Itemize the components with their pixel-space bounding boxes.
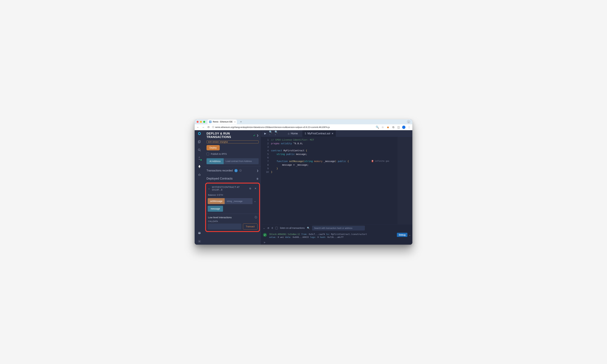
panel-title: DEPLOY & RUN TRANSACTIONS — [207, 132, 252, 139]
terminal: ⌄ ⊘ 0 listen on all transactions 🔍 Searc… — [261, 224, 412, 245]
tx-log[interactable]: [block:4994361 txIndex:1] from: 0x9cf...… — [269, 233, 395, 239]
forward-button[interactable]: → — [202, 126, 205, 129]
low-level-info-icon[interactable]: ⓘ — [255, 216, 257, 219]
zoom-icon[interactable]: 🔍 — [376, 126, 379, 129]
browser-titlebar: Remix - Ethereum IDE × + ⌄ — [195, 119, 412, 124]
url-input[interactable]: ⓘ remix.ethereum.org/#lang=en&optimize=f… — [212, 126, 374, 129]
browser-urlbar: ← → ⟳ ⓘ remix.ethereum.org/#lang=en&opti… — [195, 124, 412, 130]
icon-rail — [195, 130, 204, 245]
pending-count: 0 — [272, 227, 273, 229]
tx-recorded-count: 1 — [234, 169, 238, 172]
close-window-icon[interactable] — [197, 121, 198, 123]
at-address-button[interactable]: At Address — [207, 158, 224, 164]
publish-ipfs-row[interactable]: Publish to IPFS — [204, 150, 261, 158]
svg-rect-1 — [198, 141, 200, 143]
tab-file[interactable]: § MyFirstContract.sol ✕ — [302, 130, 336, 137]
reload-button[interactable]: ⟳ — [207, 126, 210, 129]
terminal-toggle-icon[interactable]: ⌄ — [263, 227, 265, 229]
run-script-icon[interactable]: ▶ — [264, 132, 267, 135]
setmessage-button[interactable]: setMessage — [208, 198, 225, 204]
remix-logo-icon[interactable] — [198, 131, 201, 135]
svg-rect-2 — [198, 141, 200, 143]
home-icon: ⌂ — [288, 132, 290, 135]
evm-version-pill: evm version: shanghai — [207, 141, 259, 143]
panel-collapse-icon[interactable]: ❯ — [257, 134, 259, 137]
svg-point-0 — [199, 133, 200, 134]
new-tab-button[interactable]: + — [239, 120, 243, 124]
metamask-extension-icon[interactable]: ◆ — [386, 126, 390, 129]
setmessage-expand-icon[interactable]: ⌄ — [252, 198, 257, 204]
tx-success-icon: ✔ — [263, 233, 267, 237]
site-info-icon[interactable]: ⓘ — [212, 126, 214, 129]
tx-recorded-label: Transactions recorded — [207, 169, 233, 172]
svg-line-4 — [200, 151, 201, 151]
code-editor[interactable]: 1 2 3 4 5 6 7 8 9 10 // SPDX-License-Ide… — [261, 137, 412, 224]
debugger-icon[interactable] — [198, 173, 201, 177]
minimap[interactable] — [397, 137, 412, 224]
solidity-file-icon: § — [305, 132, 306, 135]
deploy-panel: DEPLOY & RUN TRANSACTIONS ✔ ❯ evm versio… — [204, 130, 261, 245]
clear-terminal-icon[interactable]: ⊘ — [267, 227, 269, 229]
message-button[interactable]: message — [208, 206, 223, 212]
calldata-input[interactable] — [208, 223, 241, 230]
tx-recorded-section[interactable]: Transactions recorded 1 ⓘ ❯ — [204, 167, 261, 175]
url-text: remix.ethereum.org/#lang=en&optimize=fal… — [215, 126, 330, 129]
code-content[interactable]: // SPDX-License-Identifier: MIT pragma s… — [271, 137, 412, 224]
setmessage-input[interactable]: string _message — [225, 198, 252, 204]
listen-checkbox[interactable] — [275, 227, 278, 229]
low-level-label: Low level interactions — [208, 216, 232, 219]
transact-button[interactable]: Transact — [243, 223, 257, 230]
line-gutter: 1 2 3 4 5 6 7 8 9 10 — [261, 137, 271, 224]
close-file-tab-icon[interactable]: ✕ — [331, 132, 333, 135]
tabs-dropdown-icon[interactable]: ⌄ — [407, 120, 410, 124]
zoom-in-icon[interactable]: 🔍⁺ — [275, 132, 278, 135]
bookmark-icon[interactable]: ☆ — [381, 126, 384, 129]
gas-pump-icon: ⛽ — [371, 160, 374, 163]
plugin-manager-icon[interactable] — [198, 231, 201, 235]
terminal-search-icon[interactable]: 🔍 — [307, 227, 310, 229]
contract-expand-icon[interactable]: ⌄ — [208, 187, 210, 190]
contract-balance: Balance: 0 ETH — [208, 194, 257, 196]
clear-deployed-icon[interactable]: 🗑 — [256, 177, 259, 180]
panel-check-icon: ✔ — [253, 134, 255, 137]
tab-home-label: Home — [291, 132, 298, 135]
at-address-input[interactable]: Load contract from Address — [224, 158, 259, 164]
back-button[interactable]: ← — [196, 126, 199, 129]
terminal-search-input[interactable]: Search with transaction hash or address — [312, 226, 365, 231]
browser-tab[interactable]: Remix - Ethereum IDE × — [208, 119, 237, 124]
maximize-window-icon[interactable] — [203, 121, 205, 123]
svg-point-11 — [199, 241, 200, 242]
profile-avatar[interactable] — [402, 126, 405, 129]
publish-ipfs-checkbox[interactable] — [207, 153, 209, 155]
search-icon[interactable] — [198, 148, 201, 152]
sidepanel-icon[interactable]: ◫ — [397, 126, 400, 129]
copy-address-icon[interactable]: ⧉ — [249, 187, 252, 190]
publish-ipfs-label: Publish to IPFS — [211, 153, 227, 155]
browser-menu-icon[interactable]: ⋮ — [408, 126, 411, 129]
extensions-icon[interactable]: ⧉ — [392, 126, 395, 129]
gas-hint: ⛽infinite gas — [371, 160, 389, 163]
deploy-button[interactable]: Deploy — [207, 145, 220, 150]
deploy-run-icon[interactable] — [198, 165, 201, 169]
tx-recorded-expand-icon[interactable]: ❯ — [257, 169, 259, 172]
settings-icon[interactable] — [198, 239, 201, 243]
svg-point-3 — [198, 149, 200, 151]
tab-favicon-icon — [209, 121, 211, 123]
close-tab-icon[interactable]: × — [234, 121, 236, 123]
info-icon[interactable]: ⓘ — [239, 169, 242, 172]
deployed-contracts-label: Deployed Contracts — [207, 177, 256, 180]
deployed-contract-card: ⌄ MYFIRSTCONTRACT AT 0X10F...E ⧉ ✕ Balan… — [205, 183, 260, 232]
zoom-out-icon[interactable]: 🔍⁻ — [269, 132, 273, 135]
debug-button[interactable]: Debug — [397, 233, 408, 237]
listen-label: listen on all transactions — [280, 227, 305, 229]
remove-contract-icon[interactable]: ✕ — [254, 187, 257, 190]
compiler-success-badge-icon — [200, 159, 202, 161]
tab-home[interactable]: ⌂ Home — [285, 130, 300, 137]
terminal-prompt[interactable]: > — [261, 240, 412, 245]
minimize-window-icon[interactable] — [200, 121, 202, 123]
log-expand-icon[interactable]: ⌄ — [409, 234, 410, 236]
tab-title: Remix - Ethereum IDE — [213, 121, 233, 123]
file-explorer-icon[interactable] — [198, 140, 201, 144]
editor-toolbar: ▶ 🔍⁻ 🔍⁺ ⌂ Home § MyFirstContract.sol ✕ — [261, 130, 412, 137]
solidity-compiler-icon[interactable] — [198, 156, 201, 160]
